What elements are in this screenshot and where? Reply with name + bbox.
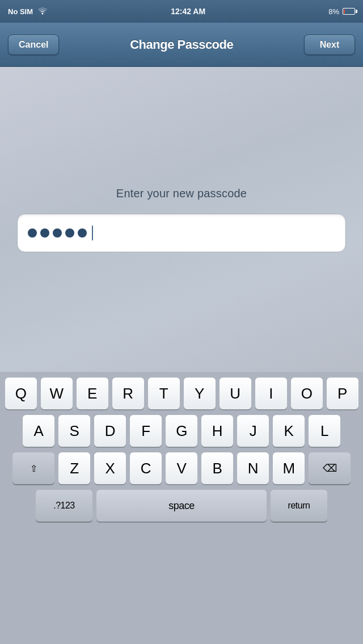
key-z[interactable]: Z bbox=[58, 452, 90, 484]
next-button[interactable]: Next bbox=[304, 35, 355, 55]
nav-bar: Cancel Change Passcode Next bbox=[0, 23, 363, 67]
key-h[interactable]: H bbox=[201, 415, 233, 447]
key-t[interactable]: T bbox=[148, 378, 180, 409]
dot-1 bbox=[28, 228, 37, 238]
status-bar: No SIM 12:42 AM 8% bbox=[0, 0, 363, 23]
key-q[interactable]: Q bbox=[5, 378, 37, 409]
wifi-icon bbox=[37, 7, 48, 16]
key-g[interactable]: G bbox=[166, 415, 197, 447]
num-key[interactable]: .?123 bbox=[36, 490, 92, 522]
time-label: 12:42 AM bbox=[171, 7, 205, 16]
keyboard-row-1: Q W E R T Y U I O P bbox=[0, 378, 363, 409]
key-s[interactable]: S bbox=[58, 415, 90, 447]
battery-percent: 8% bbox=[328, 7, 339, 16]
key-r[interactable]: R bbox=[112, 378, 144, 409]
dot-3 bbox=[53, 228, 62, 238]
passcode-field[interactable] bbox=[17, 214, 346, 252]
key-y[interactable]: Y bbox=[184, 378, 216, 409]
page-title: Change Passcode bbox=[130, 37, 233, 52]
key-l[interactable]: L bbox=[309, 415, 340, 447]
text-cursor bbox=[92, 226, 93, 240]
return-key[interactable]: return bbox=[271, 490, 327, 522]
key-e[interactable]: E bbox=[77, 378, 108, 409]
keyboard: Q W E R T Y U I O P A S D F G H J K L ⇧ … bbox=[0, 372, 363, 644]
cancel-button[interactable]: Cancel bbox=[8, 35, 59, 55]
delete-key[interactable]: ⌫ bbox=[309, 452, 351, 484]
key-i[interactable]: I bbox=[255, 378, 287, 409]
keyboard-row-3: ⇧ Z X C V B N M ⌫ bbox=[0, 452, 363, 484]
dot-4 bbox=[65, 228, 74, 238]
key-d[interactable]: D bbox=[94, 415, 126, 447]
battery-icon bbox=[343, 8, 355, 15]
key-m[interactable]: M bbox=[273, 452, 305, 484]
key-o[interactable]: O bbox=[291, 378, 323, 409]
key-x[interactable]: X bbox=[94, 452, 126, 484]
key-b[interactable]: B bbox=[201, 452, 233, 484]
key-w[interactable]: W bbox=[41, 378, 73, 409]
key-f[interactable]: F bbox=[130, 415, 162, 447]
key-j[interactable]: J bbox=[237, 415, 269, 447]
key-k[interactable]: K bbox=[273, 415, 305, 447]
key-u[interactable]: U bbox=[220, 378, 251, 409]
space-key[interactable]: space bbox=[96, 490, 267, 522]
passcode-dots bbox=[28, 226, 93, 240]
key-v[interactable]: V bbox=[166, 452, 197, 484]
prompt-text: Enter your new passcode bbox=[116, 187, 247, 200]
keyboard-bottom-row: .?123 space return bbox=[0, 490, 363, 522]
main-content: Enter your new passcode bbox=[0, 67, 363, 372]
key-n[interactable]: N bbox=[237, 452, 269, 484]
keyboard-row-2: A S D F G H J K L bbox=[0, 415, 363, 447]
key-p[interactable]: P bbox=[327, 378, 358, 409]
dot-2 bbox=[40, 228, 49, 238]
dot-5 bbox=[78, 228, 87, 238]
carrier-label: No SIM bbox=[8, 7, 33, 16]
key-a[interactable]: A bbox=[23, 415, 54, 447]
shift-key[interactable]: ⇧ bbox=[12, 452, 54, 484]
key-c[interactable]: C bbox=[130, 452, 162, 484]
